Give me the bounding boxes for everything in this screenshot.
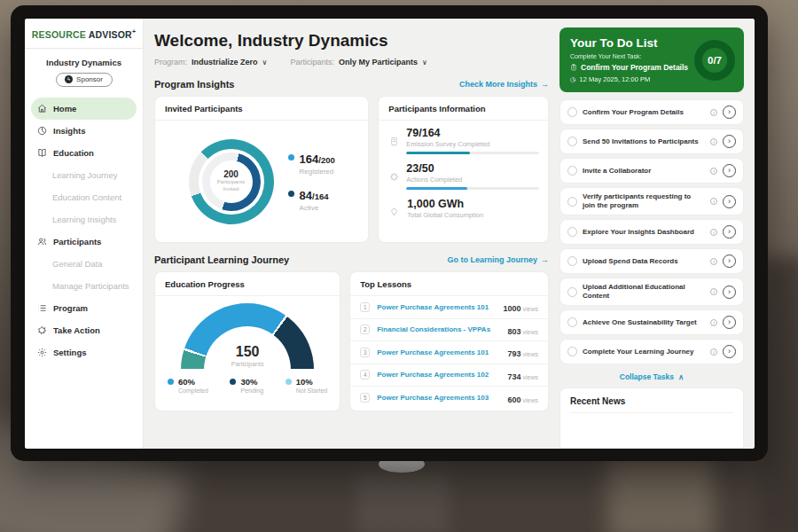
- top-lessons-card: Top Lessons 1 Power Purchase Agreements …: [349, 271, 549, 411]
- chevron-up-icon: ∧: [678, 372, 684, 381]
- dashboard-column: Welcome, Industry Dynamics Program: Indu…: [154, 27, 549, 449]
- legend-total: /200: [318, 155, 335, 165]
- todo-next-task: Confirm Your Program Details: [570, 63, 689, 72]
- participants-icon: [37, 237, 47, 246]
- sidebar-item-participants[interactable]: Participants: [31, 231, 137, 253]
- info-icon[interactable]: i: [710, 348, 717, 356]
- dashboard-screen: RESOURCE ADVISOR+ Industry Dynamics ϟ Sp…: [25, 19, 755, 449]
- program-insights-header: Program Insights Check More Insights →: [154, 79, 549, 90]
- chevron-down-icon: ∨: [422, 59, 427, 66]
- chevron-right-icon[interactable]: ›: [723, 135, 736, 148]
- sidebar-item-label: Insights: [53, 126, 85, 136]
- task-checkbox[interactable]: [567, 197, 577, 207]
- sidebar-item-manage-participants[interactable]: Manage Participants: [31, 275, 137, 297]
- donut-center-label: Participants Invited: [216, 179, 246, 193]
- arrow-right-icon: →: [541, 80, 549, 89]
- task-label: Verify participants requesting to join t…: [583, 192, 705, 210]
- lesson-views-label: views: [522, 329, 538, 335]
- task-checkbox[interactable]: [567, 137, 577, 146]
- task-checkbox[interactable]: [567, 227, 577, 237]
- lightbulb-icon: [389, 198, 400, 223]
- participants-dropdown[interactable]: Participants: Only My Participants ∨: [290, 58, 426, 66]
- info-icon[interactable]: i: [710, 168, 717, 175]
- sidebar-item-education[interactable]: Education: [31, 142, 137, 164]
- info-icon[interactable]: i: [710, 288, 717, 295]
- chevron-right-icon[interactable]: ›: [723, 286, 736, 299]
- recent-news-title: Recent News: [570, 396, 733, 413]
- legend-item-completed: 60% Completed: [168, 377, 208, 394]
- lesson-rank: 4: [360, 370, 370, 379]
- emission-survey-icon: [389, 127, 399, 154]
- task-item: Achieve One Sustainability Target i ›: [559, 309, 744, 335]
- gear-icon: [37, 348, 47, 357]
- background-shape: [607, 457, 714, 532]
- todo-due-label: 12 May 2025, 12:00 PM: [580, 75, 651, 83]
- monitor-stand-blur: [356, 472, 449, 532]
- info-icon[interactable]: i: [710, 319, 717, 326]
- page-title: Welcome, Industry Dynamics: [154, 31, 549, 51]
- sidebar-item-general-data[interactable]: General Data: [31, 253, 137, 275]
- link-label: Go to Learning Journey: [447, 255, 537, 264]
- take-action-icon: [37, 325, 47, 335]
- insights-cards-row: Invited Participants 200 Participants In…: [154, 96, 549, 243]
- collapse-tasks-link[interactable]: Collapse Tasks ∧: [559, 372, 744, 381]
- recent-news-card: Recent News: [559, 387, 744, 449]
- logo-secondary: ADVISOR: [89, 29, 132, 40]
- task-checkbox[interactable]: [567, 287, 577, 297]
- sidebar-item-label: General Data: [52, 259, 103, 269]
- lesson-views: 793: [507, 349, 520, 358]
- participants-dropdown-value: Only My Participants: [339, 58, 418, 66]
- task-item: Explore Your Insights Dashboard i ›: [559, 219, 744, 245]
- chevron-right-icon[interactable]: ›: [723, 164, 736, 177]
- info-icon[interactable]: i: [710, 229, 717, 236]
- stat-progress-fill: [406, 187, 467, 190]
- sidebar-item-take-action[interactable]: Take Action: [31, 319, 137, 341]
- learning-journey-header: Participant Learning Journey Go to Learn…: [154, 254, 549, 265]
- lesson-link[interactable]: Power Purchase Agreements 102: [377, 371, 500, 379]
- sidebar-item-learning-journey[interactable]: Learning Journey: [31, 164, 137, 186]
- lesson-link[interactable]: Power Purchase Agreements 101: [377, 303, 496, 311]
- logo-primary: RESOURCE: [32, 29, 86, 40]
- background-photo: RESOURCE ADVISOR+ Industry Dynamics ϟ Sp…: [0, 0, 798, 532]
- task-checkbox[interactable]: [567, 347, 577, 356]
- task-item: Upload Spend Data Records i ›: [559, 248, 744, 274]
- lesson-link[interactable]: Power Purchase Agreements 103: [377, 394, 500, 402]
- info-icon[interactable]: i: [710, 109, 717, 116]
- section-title: Participant Learning Journey: [154, 254, 289, 265]
- sidebar-item-program[interactable]: Program: [31, 297, 137, 319]
- info-icon[interactable]: i: [710, 138, 717, 145]
- program-dropdown[interactable]: Program: Industrialize Zero ∨: [154, 58, 267, 66]
- chevron-right-icon[interactable]: ›: [723, 195, 736, 208]
- chevron-right-icon[interactable]: ›: [723, 225, 736, 239]
- info-icon[interactable]: i: [710, 198, 717, 205]
- chevron-right-icon[interactable]: ›: [723, 254, 736, 268]
- progress-bar: [406, 187, 539, 190]
- info-icon[interactable]: i: [710, 258, 717, 265]
- task-checkbox[interactable]: [567, 317, 577, 327]
- sidebar-item-home[interactable]: Home: [31, 98, 137, 120]
- chevron-right-icon[interactable]: ›: [723, 316, 736, 329]
- arrow-right-icon: →: [541, 255, 549, 264]
- task-checkbox[interactable]: [567, 256, 577, 266]
- go-to-learning-journey-link[interactable]: Go to Learning Journey →: [447, 255, 549, 264]
- sidebar-item-label: Take Action: [53, 325, 100, 335]
- task-checkbox[interactable]: [567, 107, 577, 117]
- sidebar-item-label: Home: [53, 104, 76, 113]
- sidebar-item-settings[interactable]: Settings: [31, 341, 137, 364]
- task-checkbox[interactable]: [567, 166, 577, 176]
- sidebar-item-insights[interactable]: Insights: [31, 120, 137, 142]
- org-name: Industry Dynamics: [25, 58, 143, 67]
- check-more-insights-link[interactable]: Check More Insights →: [459, 80, 549, 89]
- sidebar-item-education-content[interactable]: Education Content: [31, 186, 137, 208]
- todo-progress-value: 0/7: [708, 55, 722, 66]
- logo-plus: +: [132, 28, 136, 35]
- invited-donut-chart: 200 Participants Invited 164/200: [155, 121, 368, 242]
- chevron-right-icon[interactable]: ›: [723, 106, 736, 119]
- lesson-link[interactable]: Power Purchase Agreements 101: [377, 348, 500, 356]
- lesson-link[interactable]: Financial Considerations - VPPAs: [377, 325, 500, 333]
- task-label: Complete Your Learning Journey: [583, 348, 705, 356]
- chevron-right-icon[interactable]: ›: [723, 345, 736, 358]
- stat-value: 1,000 GWh: [407, 198, 483, 210]
- sidebar-item-learning-insights[interactable]: Learning Insights: [31, 208, 137, 231]
- lesson-rank: 5: [360, 393, 370, 403]
